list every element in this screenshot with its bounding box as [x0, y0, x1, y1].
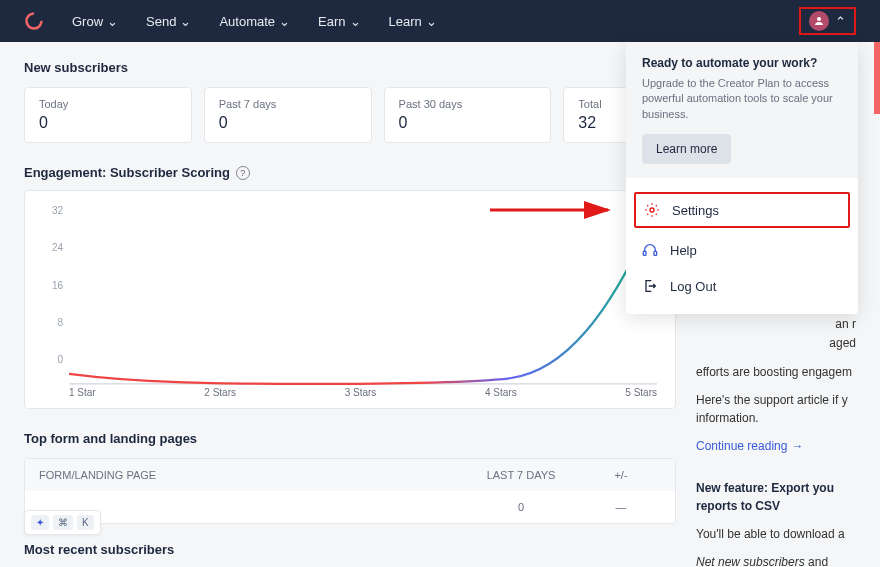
kbd-k: K	[77, 515, 94, 530]
forms-table: FORM/LANDING PAGE LAST 7 DAYS +/- 0 —	[24, 458, 676, 524]
gear-icon	[644, 202, 660, 218]
svg-rect-4	[643, 252, 646, 256]
forms-title: Top form and landing pages	[24, 431, 676, 446]
stat-today: Today0	[24, 87, 192, 143]
menu-label: Help	[670, 243, 697, 258]
logout-icon	[642, 278, 658, 294]
chevron-down-icon: ⌄	[426, 14, 437, 29]
brand-logo	[24, 11, 44, 31]
engagement-title: Engagement: Subscriber Scoring	[24, 165, 230, 180]
promo-body: Upgrade to the Creator Plan to access po…	[642, 76, 842, 122]
th-delta: +/-	[581, 469, 661, 481]
nav-send[interactable]: Send⌄	[146, 14, 191, 29]
top-nav: Grow⌄ Send⌄ Automate⌄ Earn⌄ Learn⌄ ⌃	[0, 0, 880, 42]
plot-area	[69, 205, 657, 385]
help-icon[interactable]: ?	[236, 166, 250, 180]
stats-row: Today0 Past 7 days0 Past 30 days0 Total3…	[24, 87, 676, 143]
arrow-right-icon: →	[791, 437, 803, 455]
menu-label: Settings	[672, 203, 719, 218]
svg-point-0	[27, 14, 42, 29]
new-subscribers-title: New subscribers	[24, 60, 676, 75]
headset-icon	[642, 242, 658, 258]
chevron-down-icon: ⌄	[350, 14, 361, 29]
chevron-down-icon: ⌄	[279, 14, 290, 29]
nav-automate[interactable]: Automate⌄	[219, 14, 290, 29]
profile-menu-trigger[interactable]: ⌃	[799, 7, 856, 35]
x-axis: 1 Star 2 Stars 3 Stars 4 Stars 5 Stars	[43, 387, 657, 398]
svg-point-3	[650, 208, 654, 212]
nav-learn[interactable]: Learn⌄	[389, 14, 437, 29]
nav-grow[interactable]: Grow⌄	[72, 14, 118, 29]
continue-reading-link[interactable]: Continue reading →	[696, 437, 856, 455]
stat-30days: Past 30 days0	[384, 87, 552, 143]
annotation-arrow	[490, 195, 620, 225]
avatar-icon	[809, 11, 829, 31]
table-row: 0 —	[25, 491, 675, 523]
menu-logout[interactable]: Log Out	[626, 268, 858, 304]
y-axis: 32 24 16 8 0	[43, 205, 69, 385]
nav-earn[interactable]: Earn⌄	[318, 14, 360, 29]
th-form: FORM/LANDING PAGE	[39, 469, 461, 481]
profile-dropdown: Ready to automate your work? Upgrade to …	[626, 42, 858, 314]
command-palette-hint[interactable]: ✦ ⌘ K	[24, 510, 101, 535]
menu-help[interactable]: Help	[626, 232, 858, 268]
bolt-icon: ✦	[31, 515, 49, 530]
promo-title: Ready to automate your work?	[642, 56, 842, 70]
chevron-down-icon: ⌄	[107, 14, 118, 29]
recent-subscribers-title: Most recent subscribers	[24, 542, 676, 557]
th-last7: LAST 7 DAYS	[461, 469, 581, 481]
kbd-cmd: ⌘	[53, 515, 73, 530]
promo-card: Ready to automate your work? Upgrade to …	[626, 42, 858, 178]
chevron-up-icon: ⌃	[835, 14, 846, 29]
menu-settings[interactable]: Settings	[634, 192, 850, 228]
svg-point-1	[817, 17, 821, 21]
feature-title: New feature: Export you reports to CSV	[696, 479, 856, 515]
accent-bar	[874, 42, 880, 114]
svg-rect-5	[654, 252, 657, 256]
stat-7days: Past 7 days0	[204, 87, 372, 143]
chevron-down-icon: ⌄	[180, 14, 191, 29]
menu-label: Log Out	[670, 279, 716, 294]
learn-more-button[interactable]: Learn more	[642, 134, 731, 164]
